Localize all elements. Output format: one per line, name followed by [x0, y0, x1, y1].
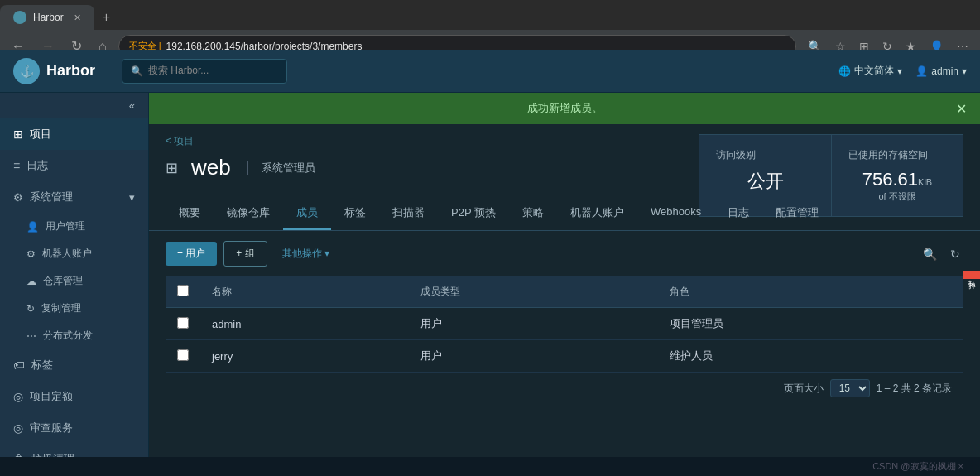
lang-chevron-icon: ▾	[897, 65, 902, 77]
members-table: 名称 成员类型 角色 admin 用户 项目管理员	[166, 276, 963, 373]
sidebar-item-robot-accounts[interactable]: ⚙ 机器人账户	[0, 240, 148, 267]
browser-tab[interactable]: Harbor ✕	[0, 5, 94, 30]
add-group-button[interactable]: + 组	[223, 241, 267, 267]
user-label: admin	[931, 65, 958, 77]
lang-label: 中文简体	[854, 64, 894, 78]
tab-policy[interactable]: 策略	[509, 197, 557, 230]
table-header-checkbox-cell	[166, 276, 200, 308]
top-nav: ⚓ Harbor 🔍 搜索 Harbor... 🌐 中文简体 ▾ 👤 admin…	[0, 50, 980, 93]
member-type-jerry: 用户	[409, 340, 658, 373]
sidebar-item-projects[interactable]: ⊞ 项目	[0, 118, 148, 150]
registry-icon: ☁	[26, 276, 36, 287]
search-placeholder: 搜索 Harbor...	[148, 64, 209, 78]
logo-text: Harbor	[46, 62, 95, 79]
add-user-button[interactable]: + 用户	[166, 242, 217, 266]
logo-icon: ⚓	[13, 58, 40, 84]
project-role: 系统管理员	[247, 161, 315, 175]
sidebar-label-system-admin: 系统管理	[30, 190, 73, 204]
sidebar-item-registry-mgmt[interactable]: ☁ 仓库管理	[0, 267, 148, 295]
member-role-jerry: 维护人员	[658, 340, 963, 373]
tab-tags[interactable]: 标签	[331, 197, 379, 230]
language-selector[interactable]: 🌐 中文简体 ▾	[838, 64, 902, 78]
member-type-admin: 用户	[409, 308, 658, 340]
table-row: jerry 用户 维护人员	[166, 340, 963, 373]
robot-icon: ⚙	[26, 248, 36, 260]
sidebar-item-system-admin[interactable]: ⚙ 系统管理 ▾	[0, 181, 148, 213]
sidebar-item-labels[interactable]: 🏷 标签	[0, 349, 148, 381]
sidebar-item-replication[interactable]: ↻ 复制管理	[0, 295, 148, 322]
add-user-label: + 用户	[177, 247, 205, 261]
tab-favicon	[13, 11, 26, 24]
tab-scanner[interactable]: 扫描器	[379, 197, 438, 230]
sidebar-label-logs: 日志	[26, 158, 48, 173]
sidebar-label-audit: 审查服务	[30, 421, 73, 435]
user-menu[interactable]: 👤 admin ▾	[915, 65, 967, 77]
sidebar-label-replication: 复制管理	[41, 301, 81, 315]
quotas-icon: ◎	[13, 390, 23, 403]
tab-config-mgmt[interactable]: 配置管理	[762, 197, 832, 230]
sidebar-item-user-mgmt[interactable]: 👤 用户管理	[0, 213, 148, 240]
table-refresh-button[interactable]: ↻	[947, 244, 963, 264]
storage-label: 已使用的存储空间	[848, 148, 946, 162]
member-role-admin: 项目管理员	[658, 308, 963, 340]
banner-close-button[interactable]: ✕	[956, 101, 967, 117]
logo: ⚓ Harbor	[13, 58, 95, 84]
sidebar-item-quotas[interactable]: ◎ 项目定额	[0, 381, 148, 412]
row-checkbox-jerry[interactable]	[177, 349, 189, 361]
tab-webhooks[interactable]: Webhooks	[637, 197, 714, 230]
table-section: + 用户 + 组 其他操作 ▾ 🔍 ↻	[149, 231, 980, 414]
sidebar-item-audit[interactable]: ◎ 审查服务	[0, 412, 148, 444]
new-tab-button[interactable]: +	[94, 5, 118, 30]
select-all-checkbox[interactable]	[177, 285, 189, 296]
sidebar-label-registry-mgmt: 仓库管理	[43, 274, 83, 288]
right-panel-hint[interactable]: 拓 扑	[963, 271, 980, 279]
logs-icon: ≡	[13, 159, 20, 172]
replication-icon: ↻	[26, 303, 35, 315]
table-row: admin 用户 项目管理员	[166, 308, 963, 340]
system-admin-chevron-icon: ▾	[129, 191, 135, 204]
sidebar-item-distribution[interactable]: ⋯ 分布式分发	[0, 322, 148, 349]
sidebar-collapse-button[interactable]: «	[0, 93, 148, 118]
tab-repositories[interactable]: 镜像仓库	[214, 197, 283, 230]
tab-logs[interactable]: 日志	[714, 197, 762, 230]
table-footer: 页面大小 15 25 50 1 – 2 共 2 条记录	[166, 373, 963, 404]
projects-icon: ⊞	[13, 127, 23, 141]
table-header-member-type: 成员类型	[409, 276, 658, 308]
add-group-label: + 组	[236, 247, 254, 261]
labels-icon: 🏷	[13, 358, 25, 372]
system-admin-icon: ⚙	[13, 191, 23, 204]
row-checkbox-cell-jerry	[166, 340, 200, 373]
collapse-icon: «	[129, 99, 135, 112]
page-size-select[interactable]: 15 25 50	[830, 379, 870, 397]
row-checkbox-admin[interactable]	[177, 317, 189, 329]
other-ops-label: 其他操作 ▾	[282, 247, 329, 261]
sidebar-item-gc[interactable]: 🗑 垃圾清理	[0, 444, 148, 457]
table-actions-right: 🔍 ↻	[920, 244, 963, 264]
project-name: web	[191, 155, 231, 180]
top-nav-right: 🌐 中文简体 ▾ 👤 admin ▾	[838, 64, 967, 78]
tab-p2p[interactable]: P2P 预热	[438, 197, 509, 230]
tab-overview[interactable]: 概要	[166, 197, 214, 230]
search-bar[interactable]: 🔍 搜索 Harbor...	[122, 59, 287, 84]
sidebar-label-labels: 标签	[31, 358, 53, 373]
globe-icon: 🌐	[838, 65, 851, 77]
page-size-label: 页面大小	[784, 382, 824, 396]
distribution-icon: ⋯	[26, 330, 36, 342]
other-ops-button[interactable]: 其他操作 ▾	[274, 242, 338, 266]
sidebar: « ⊞ 项目 ≡ 日志 ⚙ 系统管理 ▾ 👤 用户管理	[0, 93, 149, 457]
sidebar-label-projects: 项目	[30, 127, 51, 142]
tab-close-icon[interactable]: ✕	[74, 12, 81, 23]
storage-card: 已使用的存储空间 756.61KiB of 不设限	[831, 134, 963, 217]
search-icon: 🔍	[131, 65, 143, 77]
tab-members[interactable]: 成员	[283, 197, 331, 230]
user-chevron-icon: ▾	[962, 65, 967, 77]
sidebar-item-logs[interactable]: ≡ 日志	[0, 150, 148, 181]
user-mgmt-icon: 👤	[26, 221, 39, 233]
tab-robot-accounts[interactable]: 机器人账户	[557, 197, 637, 230]
table-search-button[interactable]: 🔍	[920, 244, 940, 264]
table-toolbar: + 用户 + 组 其他操作 ▾ 🔍 ↻	[166, 241, 963, 267]
success-message: 成功新增成员。	[527, 101, 603, 116]
pagination-info: 1 – 2 共 2 条记录	[877, 382, 952, 396]
sidebar-label-distribution: 分布式分发	[43, 329, 93, 343]
sidebar-label-user-mgmt: 用户管理	[46, 219, 85, 233]
